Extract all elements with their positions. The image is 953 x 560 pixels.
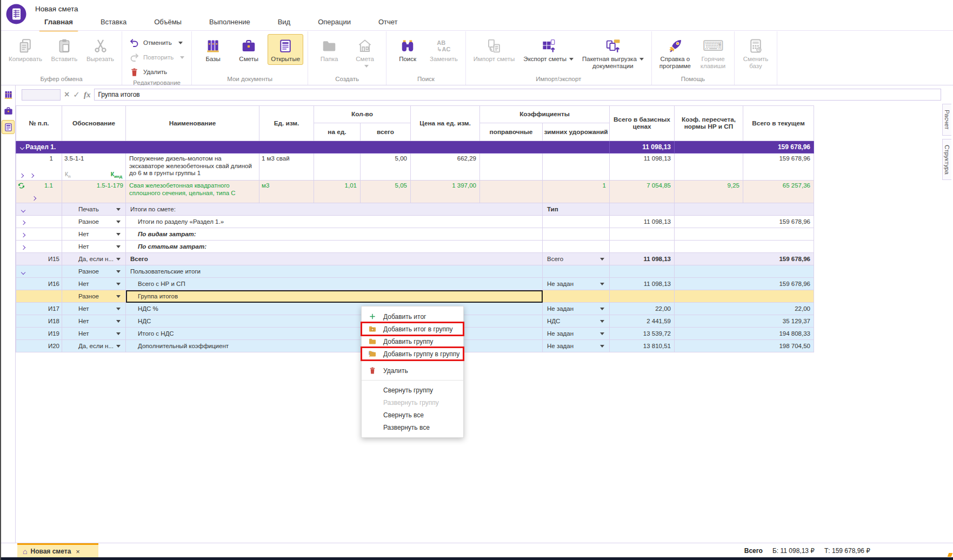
total-name-cell[interactable]: Всего	[126, 253, 543, 265]
ribbon-button-cut[interactable]: Вырезать	[83, 34, 117, 65]
print-mode-dropdown[interactable]: Да, если н...	[62, 256, 125, 262]
current-total-cell[interactable]	[675, 265, 814, 278]
recalc-coef-cell[interactable]: 9,25	[675, 181, 743, 203]
ribbon-button-rocket[interactable]: Справка опрограмме	[656, 34, 694, 72]
grid-row[interactable]: Разное Итоги по разделу «Раздел 1.» 11 0…	[16, 216, 814, 228]
menu-item[interactable]: Добавить итог в группу	[362, 323, 463, 335]
print-mode-dropdown[interactable]: Разное	[62, 293, 125, 299]
type-dropdown[interactable]: Не задан	[543, 281, 609, 287]
qty-unit-cell[interactable]: 1,01	[314, 181, 361, 203]
total-name-cell[interactable]: Пользовательские итоги	[126, 265, 543, 278]
type-cell[interactable]	[543, 216, 610, 228]
menu-item[interactable]: Свернуть группу	[362, 384, 463, 396]
ribbon-button-import[interactable]: Импорт сметы	[470, 34, 518, 65]
chevron-right-icon[interactable]	[30, 174, 34, 178]
basic-total-cell[interactable]: 11 098,13	[610, 253, 675, 265]
row-number-cell[interactable]	[16, 290, 62, 303]
menu-tab-Главная[interactable]: Главная	[43, 15, 74, 31]
document-tab[interactable]: ⌂ Новая смета ×	[17, 543, 98, 558]
print-mode-dropdown[interactable]: Нет	[62, 318, 125, 324]
ribbon-button-paste[interactable]: Вставить	[48, 34, 81, 65]
current-total-cell[interactable]: 22,00	[675, 303, 814, 315]
row-number-cell[interactable]: 1	[16, 154, 62, 181]
menu-item[interactable]: Развернуть все	[362, 421, 463, 434]
grid-row[interactable]: И16 Нет Всего с НР и СП Не задан 11 098,…	[16, 278, 814, 290]
current-total-cell[interactable]: 194 808,33	[675, 328, 814, 340]
ribbon-button-binoculars[interactable]: Поиск	[391, 34, 424, 65]
function-icon[interactable]: fx	[84, 90, 91, 99]
grid-row[interactable]: И15 Да, если н... Всего Всего 11 098,13 …	[16, 253, 814, 265]
cell-name-box[interactable]	[22, 89, 61, 101]
basic-total-cell[interactable]	[610, 241, 675, 253]
menu-tab-Выполнение[interactable]: Выполнение	[208, 15, 251, 31]
chevron-right-icon[interactable]	[21, 221, 25, 225]
grid-row[interactable]: 1 3.5-1-1КпКинд Погружение дизель-молото…	[16, 154, 814, 181]
row-number-cell[interactable]: 1.1	[16, 181, 62, 203]
total-name-cell[interactable]: По статьям затрат:	[126, 241, 543, 253]
grid-row[interactable]: Нет По видам затрат:	[16, 228, 814, 241]
menu-tab-Операции[interactable]: Операции	[317, 15, 352, 31]
chevron-down-icon[interactable]	[21, 208, 25, 212]
chevron-right-icon[interactable]	[32, 196, 36, 201]
current-total-cell[interactable]: 159 678,96	[675, 253, 814, 265]
current-total-cell[interactable]	[675, 203, 814, 216]
current-total-cell[interactable]: 159 678,96	[675, 216, 814, 228]
recalc-coef-cell[interactable]	[675, 154, 743, 181]
row-number-cell[interactable]	[16, 228, 62, 241]
basic-total-cell[interactable]	[610, 203, 675, 216]
confirm-icon[interactable]: ✓	[73, 90, 80, 99]
ribbon-button-calc[interactable]: Сменитьбазу	[739, 34, 772, 72]
ribbon-button-house[interactable]: Смета	[348, 34, 382, 72]
right-tab-Структура[interactable]: Структура	[942, 139, 951, 181]
total-name-cell[interactable]: Группа итогов	[126, 290, 543, 303]
menu-tab-Вид[interactable]: Вид	[277, 15, 292, 31]
close-icon[interactable]: ×	[76, 548, 80, 556]
basic-total-cell[interactable]: 13 810,51	[610, 340, 675, 352]
print-mode-dropdown[interactable]: Нет	[62, 243, 125, 250]
ribbon-button-case[interactable]: Сметы	[232, 34, 265, 65]
right-tab-Расчет[interactable]: Расчет	[942, 104, 951, 136]
ribbon-button-folder[interactable]: Папка	[312, 34, 346, 65]
corr-coef-cell[interactable]	[480, 181, 543, 203]
grid-row[interactable]: 1.1 1.5-1-179 Свая железобетонная квадра…	[16, 181, 814, 203]
chevron-right-icon[interactable]	[19, 174, 24, 178]
row-number-cell[interactable]: И16	[16, 278, 62, 290]
row-number-cell[interactable]: И15	[16, 253, 62, 265]
sidebar-bases-button[interactable]	[2, 88, 15, 102]
menu-tab-Вставка[interactable]: Вставка	[99, 15, 128, 31]
chevron-down-icon[interactable]	[21, 270, 25, 275]
basic-total-cell[interactable]: 11 098,13	[610, 154, 675, 181]
total-name-cell[interactable]: НДС %	[126, 303, 543, 315]
menu-item[interactable]: Добавить группу в группу	[362, 348, 463, 360]
winter-coef-cell[interactable]: 1	[543, 181, 610, 203]
print-mode-dropdown[interactable]: Нет	[62, 231, 125, 237]
ribbon-button-replace[interactable]: AB↳ACЗаменить	[426, 34, 461, 65]
print-mode-dropdown[interactable]: Печать	[62, 206, 125, 212]
ribbon-button-copy[interactable]: Копировать	[5, 34, 45, 65]
row-number-cell[interactable]: И19	[16, 328, 62, 340]
corr-coef-cell[interactable]	[480, 154, 543, 181]
qty-total-cell[interactable]: 5,00	[361, 154, 411, 181]
grid-row[interactable]: Разное Группа итогов	[16, 290, 814, 303]
print-mode-dropdown[interactable]: Разное	[62, 218, 125, 225]
sidebar-estimates-button[interactable]	[2, 104, 15, 118]
basic-total-cell[interactable]: 2 441,59	[610, 315, 675, 328]
justification-cell[interactable]: 3.5-1-1КпКинд	[62, 154, 126, 181]
unit-cell[interactable]: м3	[259, 181, 314, 203]
grid-row[interactable]: Раздел 1. 11 098,13 159 678,96	[16, 141, 814, 154]
type-cell[interactable]	[543, 241, 610, 253]
basic-total-cell[interactable]: 22,00	[610, 303, 675, 315]
menu-tab-Отчет[interactable]: Отчет	[377, 15, 399, 31]
name-cell[interactable]: Погружение дизель-молотом на экскаваторе…	[126, 154, 259, 181]
ribbon-button-opened[interactable]: Открытые	[268, 34, 303, 65]
total-name-cell[interactable]: Итоги по разделу «Раздел 1.»	[126, 216, 543, 228]
current-total-cell[interactable]: 159 678,96	[743, 154, 814, 181]
coef-kind-label[interactable]: Кинд	[111, 171, 122, 179]
menu-item[interactable]: Добавить группу	[362, 335, 463, 348]
current-total-cell[interactable]: 65 257,36	[743, 181, 814, 203]
basic-total-cell[interactable]: 11 098,13	[610, 278, 675, 290]
grid-row[interactable]: Нет По статьям затрат:	[16, 241, 814, 253]
row-number-cell[interactable]	[16, 241, 62, 253]
print-mode-dropdown[interactable]: Нет	[62, 330, 125, 337]
ribbon-button-export[interactable]: Экспорт сметы	[520, 34, 577, 65]
